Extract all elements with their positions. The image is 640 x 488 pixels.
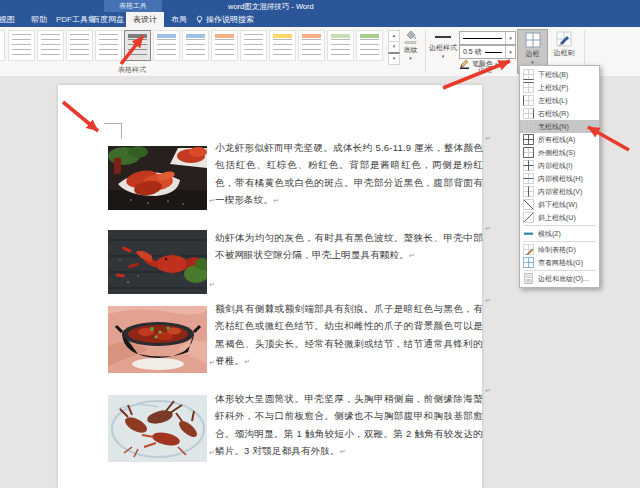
border-style-sample-icon [434,32,452,42]
tab-table-design[interactable]: 表设计 [126,12,164,27]
crayfish-photo-wok[interactable] [108,306,207,373]
paragraph[interactable]: 小龙虾形似虾而甲壳坚硬。成体长约 5.6-11.9 厘米，整体颜色包括红色、红棕… [215,139,483,210]
crayfish-photo-live[interactable] [108,395,207,462]
border-all-icon [523,134,534,145]
table-style-thumbnail[interactable] [240,30,267,61]
menu-item-left-border[interactable]: 左框线(L) [520,94,599,107]
table-style-thumbnail[interactable] [0,30,5,61]
paragraph-mark: ↵ [244,358,250,365]
table-style-thumbnail[interactable] [95,30,122,61]
paragraph-mark: ↵ [273,197,279,204]
border-inside-vertical-icon [523,186,534,197]
ribbon-tab-row: 视图 帮助 PDF工具集 百度网盘 表设计 布局 操作说明搜索 [0,12,640,27]
document-page[interactable]: 小龙虾形似虾而甲壳坚硬。成体长约 5.6-11.9 厘米，整体颜色包括红色、红棕… [58,85,482,488]
paragraph[interactable]: 体形较大呈圆筒状。甲壳坚厚，头胸甲稍侧扁，前侧缘除海螯虾科外，不与口前板愈合。侧… [215,390,483,461]
crayfish-photo-plates[interactable] [108,146,207,210]
shading-button[interactable]: 底纹 ▾ [397,30,424,60]
menu-item-inside-vertical-border[interactable]: 内部竖框线(V) [520,185,599,198]
menu-item-outside-borders[interactable]: 外侧框线(S) [520,146,599,159]
menu-item-view-gridlines[interactable]: 查看网格线(G) [520,256,599,269]
view-gridlines-icon [523,257,534,268]
table-style-thumbnail[interactable] [269,30,296,61]
title-bar: 表格工具 word图文混排技巧 - Word [0,0,640,12]
border-left-icon [523,95,534,106]
menu-item-inside-borders[interactable]: 内部框线(I) [520,159,599,172]
cell-end-mark: ↵ [209,281,215,289]
cell-end-mark: ↵ [209,449,215,457]
menu-item-diagonal-up-border[interactable]: 斜上框线(U) [520,211,599,224]
table-style-thumbnail-selected[interactable] [124,30,151,61]
lightbulb-icon [195,15,204,24]
draw-table-icon [523,244,534,255]
text-boundary-corner-mark [104,123,122,139]
menu-item-no-border[interactable]: 无框线(N) [520,120,599,133]
borders-and-shading-icon [523,273,534,284]
line-weight-value: 0.5 磅 [463,47,482,57]
border-diagonal-up-icon [523,212,534,223]
paragraph[interactable]: 额剑具有侧棘或额剑端部具有刻痕。爪子是暗红色与黑色，有亮枯红色或微红色结节。幼虫… [215,300,483,371]
tab-baidu-netdisk[interactable]: 百度网盘 [88,12,128,27]
border-painter-icon [556,31,572,47]
paint-bucket-icon [403,30,418,44]
line-style-combo[interactable]: ▾ [459,31,516,45]
line-weight-preview [485,52,502,53]
table-style-thumbnail[interactable] [298,30,325,61]
borders-grid-icon [525,32,541,48]
horizontal-line-icon [523,228,534,239]
border-inside-horizontal-icon [523,173,534,184]
line-style-preview [463,38,502,39]
table-style-thumbnail[interactable] [37,30,64,61]
line-style-dropdown[interactable]: ▾ [505,32,515,44]
menu-item-all-borders[interactable]: 所有框线(A) [520,133,599,146]
border-top-icon [523,82,534,93]
contextual-tools-header: 表格工具 [104,0,162,12]
line-weight-dropdown[interactable]: ▾ [505,46,515,58]
menu-item-inside-horizontal-border[interactable]: 内部横框线(H) [520,172,599,185]
cell-end-mark: ↵ [209,197,215,205]
crayfish-photo-single[interactable] [108,230,207,294]
menu-item-borders-and-shading[interactable]: 边框和底纹(O)... [520,272,599,285]
menu-item-right-border[interactable]: 右框线(R) [520,107,599,120]
document-title: word图文混排技巧 - Word [228,0,314,12]
table-style-thumbnail[interactable] [211,30,238,61]
border-right-icon [523,108,534,119]
table-styles-group-label: 表格样式 [92,65,172,75]
table-style-thumbnail[interactable] [66,30,93,61]
word-window: 表格工具 word图文混排技巧 - Word 视图 帮助 PDF工具集 百度网盘… [0,0,640,488]
cell-end-mark: ↵ [485,135,491,143]
table-style-thumbnail[interactable] [327,30,354,61]
table-style-thumbnail[interactable] [153,30,180,61]
border-inside-icon [523,160,534,171]
tab-view[interactable]: 视图 [0,12,22,27]
border-none-icon [523,121,534,132]
cell-end-mark: ↵ [485,387,491,395]
cell-end-mark: ↵ [485,225,491,233]
cell-end-mark: ↵ [485,297,491,305]
table-style-thumbnail[interactable] [356,30,383,61]
paragraph-mark: ↵ [340,448,346,455]
borders-group-label: 边框 [450,65,520,75]
table-style-thumbnail[interactable] [182,30,209,61]
tell-me-search[interactable]: 操作说明搜索 [206,12,254,27]
border-styles-button[interactable]: 边框样式 ▾ [428,32,458,58]
menu-item-horizontal-line[interactable]: 横线(Z) [520,227,599,240]
borders-dropdown-menu: 下框线(B) 上框线(P) 左框线(L) 右框线(R) 无框线(N) 所有框线(… [519,65,600,288]
border-bottom-icon [523,69,534,80]
line-weight-combo[interactable]: 0.5 磅 ▾ [459,45,516,59]
menu-item-bottom-border[interactable]: 下框线(B) [520,68,599,81]
paragraph-mark: ↵ [409,252,415,259]
cell-end-mark: ↵ [209,359,215,367]
border-outside-icon [523,147,534,158]
tab-layout[interactable]: 布局 [164,12,194,27]
table-style-thumbnail[interactable] [8,30,35,61]
paragraph[interactable]: 幼虾体为均匀的灰色，有时具有黑色波纹。螯狭长、甲壳中部不被网眼状空隙分隔，甲壳上… [215,229,483,265]
menu-item-diagonal-down-border[interactable]: 斜下框线(W) [520,198,599,211]
border-diagonal-down-icon [523,199,534,210]
menu-item-top-border[interactable]: 上框线(P) [520,81,599,94]
menu-item-draw-table[interactable]: 绘制表格(D) [520,243,599,256]
